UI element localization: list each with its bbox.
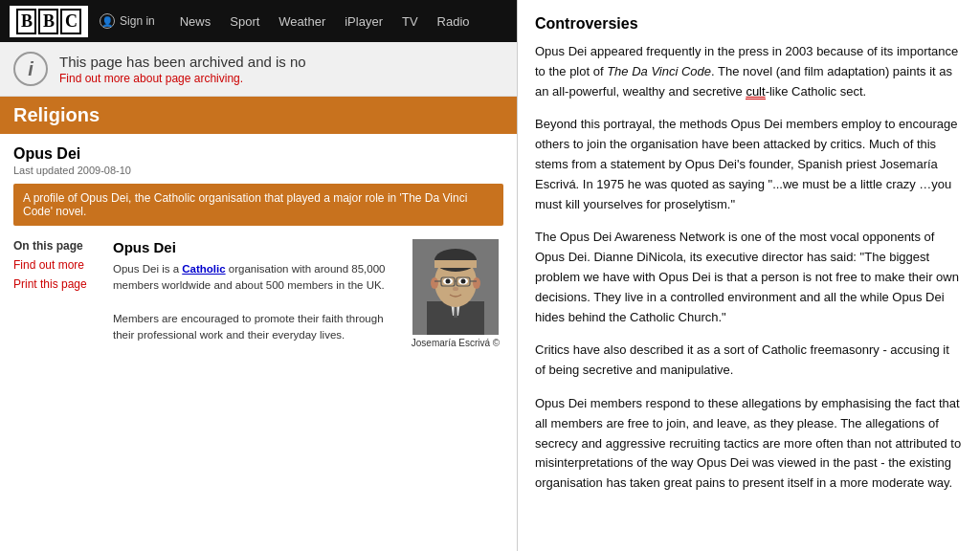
controversies-para-4: Critics have also described it as a sort…: [535, 341, 963, 381]
portrait-svg: [412, 239, 499, 335]
svg-point-20: [453, 287, 458, 291]
controversies-title: Controversies: [535, 15, 963, 33]
print-this-page-link[interactable]: Print this page: [13, 277, 100, 291]
controversies-para-5: Opus Dei members respond to these allega…: [535, 394, 963, 494]
nav-news[interactable]: News: [170, 0, 221, 42]
main-content: Opus Dei Opus Dei is a Catholic organisa…: [113, 239, 503, 348]
sign-in-label[interactable]: Sign in: [120, 14, 155, 28]
info-icon: i: [13, 52, 48, 86]
archive-message: This page has been archived and is no: [59, 54, 306, 70]
svg-point-10: [473, 277, 480, 289]
controversies-para-3: The Opus Dei Awareness Network is one of…: [535, 228, 963, 327]
content-body2: Members are encouraged to promote their …: [113, 313, 384, 341]
two-col-layout: On this page Find out more Print this pa…: [13, 239, 503, 348]
nav-radio[interactable]: Radio: [428, 0, 479, 42]
user-icon: 👤: [100, 13, 115, 29]
archive-text-area: This page has been archived and is no Fi…: [59, 54, 306, 85]
svg-point-13: [446, 279, 451, 284]
image-caption: Josemaría Escrivá ©: [412, 338, 500, 348]
opus-dei-subtitle: Opus Dei: [113, 239, 398, 255]
catholic-link[interactable]: Catholic: [182, 263, 225, 275]
article-title: Opus Dei: [13, 145, 503, 163]
right-panel: Controversies Opus Dei appeared frequent…: [517, 0, 980, 551]
nav-items: News Sport Weather iPlayer TV Radio: [170, 0, 479, 42]
religions-banner: Religions: [0, 97, 517, 134]
content-area: Opus Dei Last updated 2009-08-10 A profi…: [0, 134, 517, 551]
bbc-navbar: BBC 👤 Sign in News Sport Weather iPlayer…: [0, 0, 517, 42]
sign-in-area[interactable]: 👤 Sign in: [100, 13, 155, 29]
svg-point-14: [461, 279, 466, 284]
archive-link[interactable]: Find out more about page archiving.: [59, 72, 306, 85]
opus-dei-image-area: Josemaría Escrivá ©: [408, 239, 503, 348]
opus-dei-text: Opus Dei Opus Dei is a Catholic organisa…: [113, 239, 398, 348]
content-intro: Opus Dei is a: [113, 263, 182, 275]
left-panel: BBC 👤 Sign in News Sport Weather iPlayer…: [0, 0, 517, 551]
on-this-page-title: On this page: [13, 239, 100, 253]
portrait-image: [412, 239, 499, 335]
controversies-para-2: Beyond this portrayal, the methods Opus …: [535, 115, 963, 214]
cult-link[interactable]: cult: [746, 84, 765, 99]
book-title: The Da Vinci Code: [607, 64, 711, 78]
article-date: Last updated 2009-08-10: [13, 165, 503, 176]
religions-title: Religions: [13, 104, 100, 125]
nav-iplayer[interactable]: iPlayer: [335, 0, 392, 42]
opus-dei-body: Opus Dei is a Catholic organisation with…: [113, 261, 398, 343]
svg-point-9: [431, 277, 438, 289]
svg-rect-8: [434, 260, 477, 268]
nav-tv[interactable]: TV: [392, 0, 428, 42]
archive-notice: i This page has been archived and is no …: [0, 42, 517, 97]
controversies-para-1: Opus Dei appeared frequently in the pres…: [535, 42, 963, 101]
sidebar-nav: On this page Find out more Print this pa…: [13, 239, 100, 348]
nav-weather[interactable]: Weather: [269, 0, 335, 42]
bbc-logo: BBC: [10, 6, 88, 37]
nav-sport[interactable]: Sport: [220, 0, 269, 42]
article-summary: A profile of Opus Dei, the Catholic orga…: [13, 184, 503, 226]
find-out-more-link[interactable]: Find out more: [13, 258, 100, 272]
